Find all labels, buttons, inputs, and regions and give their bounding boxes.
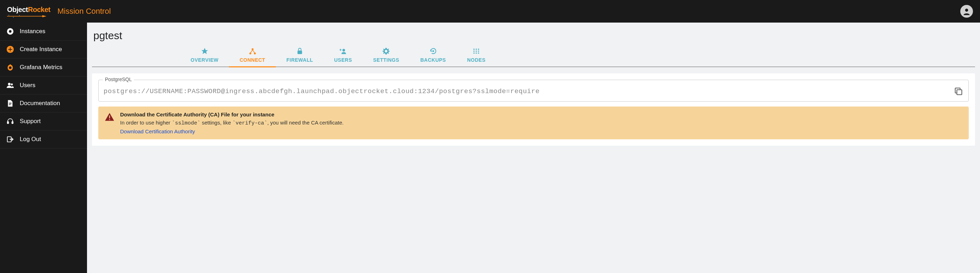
document-icon [6,99,14,107]
logout-icon [6,136,14,143]
topbar: ObjectRocket Mission Control [0,0,980,22]
tab-firewall[interactable]: FIREWALL [276,45,324,67]
tab-label: NODES [467,57,485,63]
svg-rect-37 [109,115,110,118]
svg-point-30 [473,50,475,52]
alert-body: Download the Certificate Authority (CA) … [120,112,344,134]
svg-point-8 [9,30,11,32]
logo[interactable]: ObjectRocket [7,6,50,17]
brand-part1: Object [7,6,28,13]
tab-label: SETTINGS [373,57,399,63]
svg-point-33 [473,53,475,54]
sidebar-item-label: Create Instance [20,46,62,53]
tabs: OVERVIEW CONNECT FIREWALL USERS SETTINGS… [92,45,975,67]
connection-string[interactable]: postgres://USERNAME:PASSWORD@ingress.abc… [103,88,949,95]
tab-label: FIREWALL [286,57,313,63]
sidebar-item-label: Support [20,118,41,125]
sidebar-item-logout[interactable]: Log Out [0,131,87,148]
sidebar-item-label: Instances [20,28,45,35]
svg-point-6 [965,8,968,12]
alert-text-post: , you will need the CA certificate. [267,120,344,126]
svg-point-12 [9,66,11,69]
users-icon [6,81,14,89]
tab-users[interactable]: USERS [323,45,363,67]
svg-rect-11 [8,49,12,50]
main-content: pgtest OVERVIEW CONNECT FIREWALL USERS S… [87,22,980,273]
sidebar-item-label: Log Out [20,136,41,143]
brand-part2: Rocket [28,6,50,13]
ca-alert: Download the Certificate Authority (CA) … [98,107,969,139]
svg-rect-16 [9,104,11,104]
sidebar-item-instances[interactable]: Instances [0,22,87,41]
sidebar-item-create-instance[interactable]: Create Instance [0,41,87,59]
svg-rect-18 [7,122,9,124]
svg-point-27 [473,49,475,50]
plus-circle-icon [6,46,14,53]
alert-text-pre: In order to use higher [120,120,172,126]
svg-rect-17 [9,105,11,105]
svg-rect-36 [957,89,962,94]
sidebar: Instances Create Instance Grafana Metric… [0,22,87,273]
sidebar-item-label: Grafana Metrics [20,64,62,71]
headset-icon [6,117,14,125]
svg-rect-24 [298,50,302,54]
tab-settings[interactable]: SETTINGS [363,45,410,67]
fieldset-legend: PostgreSQL [103,77,134,82]
svg-point-4 [19,15,20,16]
svg-point-14 [11,84,13,86]
tab-label: BACKUPS [420,57,446,63]
svg-point-26 [433,51,434,52]
sidebar-item-users[interactable]: Users [0,77,87,94]
tab-overview[interactable]: OVERVIEW [180,45,229,67]
connect-panel: PostgreSQL postgres://USERNAME:PASSWORD@… [92,73,975,146]
tab-nodes[interactable]: NODES [457,45,496,67]
instances-icon [6,27,14,35]
tab-backups[interactable]: BACKUPS [410,45,457,67]
svg-point-34 [476,53,477,54]
sidebar-item-support[interactable]: Support [0,113,87,131]
svg-point-32 [478,50,479,52]
add-user-icon [339,47,347,55]
svg-point-28 [476,49,477,50]
copy-icon [954,86,963,96]
page-title: pgtest [92,30,975,42]
sidebar-item-documentation[interactable]: Documentation [0,94,87,113]
tab-label: CONNECT [240,57,265,63]
svg-point-31 [476,50,477,52]
tab-label: OVERVIEW [191,57,218,63]
sidebar-item-label: Documentation [20,100,60,107]
svg-marker-1 [42,15,46,17]
gear-icon [382,47,390,55]
app-title: Mission Control [57,7,111,16]
sidebar-item-label: Users [20,82,35,89]
download-ca-link[interactable]: Download Certification Authority [120,128,344,134]
tab-connect[interactable]: CONNECT [229,45,276,67]
alert-text-code1: `sslmode` [172,120,200,126]
svg-point-35 [478,53,479,54]
logo-underline [7,14,50,17]
connection-fieldset: PostgreSQL postgres://USERNAME:PASSWORD@… [98,80,969,102]
logo-text: ObjectRocket [7,6,50,14]
svg-point-2 [8,15,9,16]
grafana-icon [6,64,14,71]
lock-icon [296,47,304,55]
star-icon [201,47,208,55]
svg-rect-38 [109,119,110,120]
copy-button[interactable] [954,86,963,96]
alert-text-mid: settings, like [200,120,232,126]
svg-point-13 [8,83,11,85]
nodes-icon [473,47,480,55]
user-avatar[interactable] [960,5,973,18]
sidebar-item-grafana[interactable]: Grafana Metrics [0,59,87,77]
svg-point-3 [13,17,14,18]
alert-text-code2: `verify-ca` [232,120,267,126]
warning-icon [105,112,115,122]
svg-rect-19 [12,122,13,124]
connect-icon [249,47,256,55]
brand-block: ObjectRocket Mission Control [7,6,111,17]
alert-title: Download the Certificate Authority (CA) … [120,112,344,117]
restore-icon [430,47,437,55]
user-icon [962,7,971,16]
svg-point-29 [478,49,479,50]
alert-text: In order to use higher `sslmode` setting… [120,120,344,126]
